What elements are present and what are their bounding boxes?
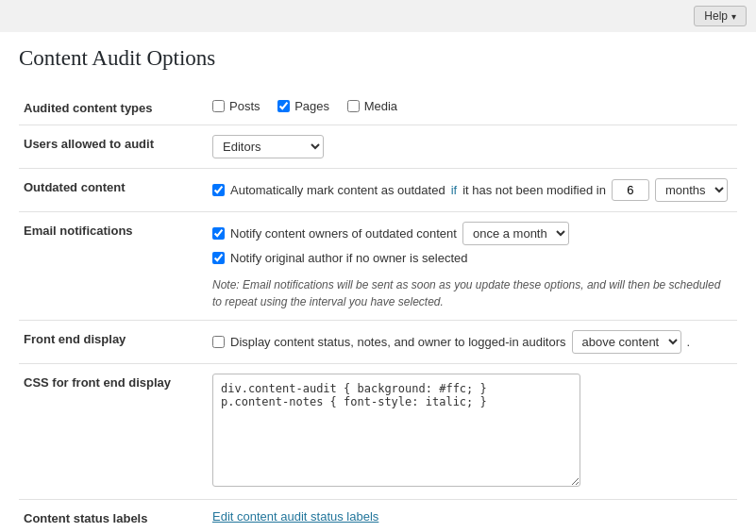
front-end-checkbox[interactable] (212, 336, 225, 348)
posts-checkbox[interactable] (212, 100, 225, 112)
outdated-content-row: Outdated content Automatically mark cont… (19, 169, 737, 212)
outdated-middle-text: it has not been modified in (462, 183, 606, 197)
page-content: Content Audit Options Audited content ty… (0, 32, 756, 532)
notify-owners-checkbox[interactable] (212, 227, 225, 240)
top-bar: Help (0, 0, 756, 32)
outdated-row: Automatically mark content as outdated i… (212, 178, 732, 202)
front-end-display-row: Front end display Display content status… (19, 321, 737, 364)
pages-checkbox-label[interactable]: Pages (277, 99, 329, 113)
email-note: Note: Email notifications will be sent a… (212, 276, 731, 310)
front-end-text: Display content status, notes, and owner… (230, 335, 566, 349)
outdated-number-input[interactable] (612, 179, 649, 201)
email-notifications-row: Email notifications Notify content owner… (19, 212, 737, 321)
media-label: Media (364, 99, 397, 113)
notify-author-checkbox[interactable] (212, 252, 225, 264)
users-allowed-label: Users allowed to audit (19, 125, 208, 169)
notify-author-row: Notify original author if no owner is se… (212, 251, 732, 265)
css-display-row: CSS for front end display div.content-au… (19, 364, 737, 500)
css-display-label: CSS for front end display (19, 364, 208, 500)
edit-status-labels-link[interactable]: Edit content audit status labels (212, 509, 378, 524)
front-end-display-label: Front end display (19, 321, 208, 364)
notify-owners-text: Notify content owners of outdated conten… (230, 226, 457, 241)
outdated-content-label: Outdated content (19, 169, 208, 212)
outdated-auto-text: Automatically mark content as outdated (230, 183, 445, 197)
posts-checkbox-label[interactable]: Posts (212, 99, 260, 113)
position-select[interactable]: above content below content (572, 330, 681, 354)
media-checkbox[interactable] (347, 100, 360, 112)
media-checkbox-label[interactable]: Media (347, 99, 397, 113)
notify-author-text: Notify original author if no owner is se… (230, 251, 467, 265)
audited-content-types-options: Posts Pages Media (208, 90, 737, 125)
email-notifications-label: Email notifications (19, 212, 208, 321)
outdated-if-link[interactable]: if (451, 183, 458, 197)
page-title: Content Audit Options (19, 46, 737, 71)
css-textarea[interactable]: div.content-audit { background: #ffc; } … (212, 374, 580, 487)
email-notifications-options: Notify content owners of outdated conten… (208, 212, 737, 321)
content-status-options: Edit content audit status labels (208, 500, 737, 533)
audited-content-types-label: Audited content types (19, 90, 208, 125)
outdated-checkbox[interactable] (212, 184, 225, 196)
period-text: . (687, 335, 691, 349)
posts-label: Posts (229, 99, 260, 113)
outdated-period-select[interactable]: days weeks months years (655, 178, 728, 202)
content-status-label: Content status labels (19, 500, 208, 533)
outdated-content-options: Automatically mark content as outdated i… (208, 169, 737, 212)
users-allowed-select[interactable]: Editors Authors Contributors Administrat… (212, 135, 324, 158)
help-button[interactable]: Help (694, 6, 747, 26)
users-allowed-row: Users allowed to audit Editors Authors C… (19, 125, 737, 169)
front-end-row: Display content status, notes, and owner… (212, 330, 732, 354)
options-table: Audited content types Posts Pages Media … (19, 90, 737, 532)
pages-checkbox[interactable] (277, 100, 290, 112)
front-end-display-options: Display content status, notes, and owner… (208, 321, 737, 364)
pages-label: Pages (294, 99, 329, 113)
css-display-options: div.content-audit { background: #ffc; } … (208, 364, 737, 500)
audited-content-types-row: Audited content types Posts Pages Media (19, 90, 737, 125)
notify-owners-row: Notify content owners of outdated conten… (212, 222, 732, 245)
users-allowed-options: Editors Authors Contributors Administrat… (208, 125, 737, 169)
content-status-row: Content status labels Edit content audit… (19, 500, 737, 533)
email-notifications-block: Notify content owners of outdated conten… (212, 222, 732, 310)
frequency-select[interactable]: once a day once a week once a month (462, 222, 569, 245)
